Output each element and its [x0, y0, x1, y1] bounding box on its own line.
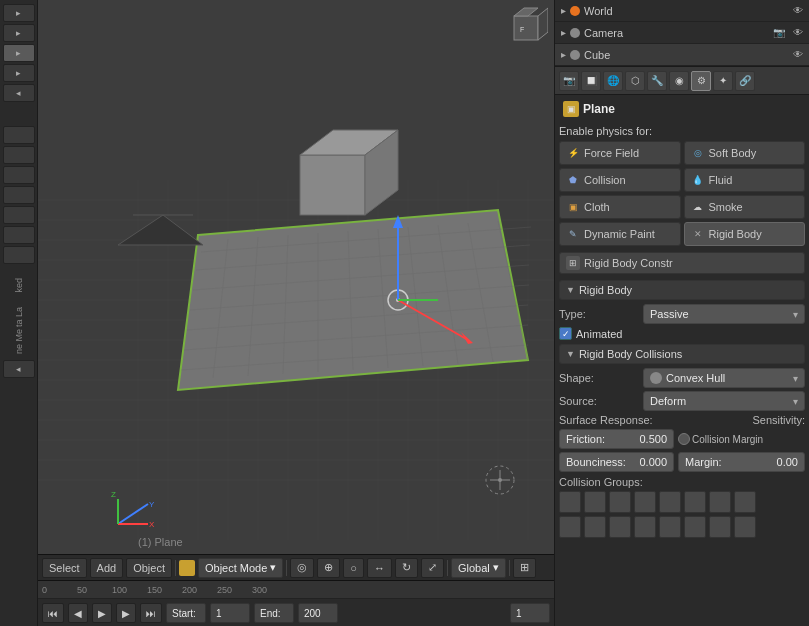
collision-button[interactable]: ⬟ Collision [559, 168, 681, 192]
object-icon-btn[interactable]: ⬡ [625, 71, 645, 91]
sidebar-btn-4[interactable]: ▸ [3, 64, 35, 82]
cg-6[interactable] [684, 491, 706, 513]
sidebar-btn-9[interactable] [3, 186, 35, 204]
scene-icon[interactable]: 🔲 [581, 71, 601, 91]
friction-field[interactable]: Friction: 0.500 [559, 429, 674, 449]
cg-2[interactable] [584, 491, 606, 513]
bounciness-field[interactable]: Bounciness: 0.000 [559, 452, 674, 472]
cg-7[interactable] [709, 491, 731, 513]
cg-15[interactable] [709, 516, 731, 538]
global-dropdown[interactable]: Global ▾ [451, 558, 506, 578]
svg-text:F: F [520, 26, 524, 33]
cg-5[interactable] [659, 491, 681, 513]
sidebar-btn-12[interactable] [3, 246, 35, 264]
cg-12[interactable] [634, 516, 656, 538]
cloth-icon: ▣ [566, 200, 580, 214]
rigid-body-section-header[interactable]: ▼ Rigid Body [559, 280, 805, 300]
pivot-btn[interactable]: ◎ [290, 558, 314, 578]
bounciness-value: 0.000 [639, 456, 667, 468]
source-row: Source: Deform ▾ [559, 391, 805, 411]
scene-item-camera[interactable]: ▸ Camera 📷 👁 [555, 22, 809, 44]
section-tri-1: ▼ [566, 285, 575, 295]
proportional-btn[interactable]: ○ [343, 558, 364, 578]
timeline-next-frame[interactable]: ▶ [116, 603, 136, 623]
rbc-section-header[interactable]: ▼ Rigid Body Collisions [559, 344, 805, 364]
snap-btn[interactable]: ⊕ [317, 558, 340, 578]
modifiers-icon[interactable]: 🔧 [647, 71, 667, 91]
rigid-body-button[interactable]: ✕ Rigid Body [684, 222, 806, 246]
timeline-end-value[interactable]: 200 [298, 603, 338, 623]
cg-4[interactable] [634, 491, 656, 513]
transform-btn[interactable]: ↔ [367, 558, 392, 578]
cg-8[interactable] [734, 491, 756, 513]
dynamic-paint-button[interactable]: ✎ Dynamic Paint [559, 222, 681, 246]
sidebar-btn-13[interactable]: ◂ [3, 360, 35, 378]
viewport[interactable]: F Y X Z (1) Plane [38, 0, 554, 554]
fluid-button[interactable]: 💧 Fluid [684, 168, 806, 192]
scale-btn[interactable]: ⤢ [421, 558, 444, 578]
camera-eye-icon[interactable]: 👁 [793, 27, 803, 38]
soft-body-button[interactable]: ◎ Soft Body [684, 141, 806, 165]
cloth-button[interactable]: ▣ Cloth [559, 195, 681, 219]
margin-field[interactable]: Margin: 0.00 [678, 452, 805, 472]
timeline-play[interactable]: ▶ [92, 603, 112, 623]
force-field-button[interactable]: ⚡ Force Field [559, 141, 681, 165]
cg-3[interactable] [609, 491, 631, 513]
timeline: 0 50 100 150 200 250 300 ⏮ ◀ ▶ ▶ ⏭ Start… [38, 580, 554, 626]
timeline-current-frame[interactable]: 1 [510, 603, 550, 623]
material-icon[interactable]: ◉ [669, 71, 689, 91]
rotate-btn[interactable]: ↻ [395, 558, 418, 578]
constraints-icon[interactable]: 🔗 [735, 71, 755, 91]
extra-btn[interactable]: ⊞ [513, 558, 536, 578]
animated-checkbox[interactable]: ✓ [559, 327, 572, 340]
cube-arrow: ▸ [561, 49, 566, 60]
sidebar-btn-7[interactable] [3, 146, 35, 164]
timeline-prev-frame[interactable]: ◀ [68, 603, 88, 623]
sidebar-btn-10[interactable] [3, 206, 35, 224]
smoke-button[interactable]: ☁ Smoke [684, 195, 806, 219]
sidebar-btn-6[interactable] [3, 126, 35, 144]
render-icon[interactable]: 📷 [559, 71, 579, 91]
scene-item-world[interactable]: ▸ World 👁 [555, 0, 809, 22]
world-icon-btn[interactable]: 🌐 [603, 71, 623, 91]
mode-dropdown[interactable]: Object Mode ▾ [198, 558, 283, 578]
timeline-play-back[interactable]: ⏮ [42, 603, 64, 623]
timeline-play-fwd[interactable]: ⏭ [140, 603, 162, 623]
left-sidebar: ▸ ▸ ▸ ▸ ◂ ked ta La ne Me ◂ [0, 0, 38, 626]
sidebar-btn-3[interactable]: ▸ [3, 44, 35, 62]
nav-cube[interactable]: F [504, 6, 548, 50]
cg-1[interactable] [559, 491, 581, 513]
object-button[interactable]: Object [126, 558, 172, 578]
shape-dropdown[interactable]: Convex Hull ▾ [643, 368, 805, 388]
svg-marker-67 [538, 8, 548, 40]
add-button[interactable]: Add [90, 558, 124, 578]
rigid-body-constr-button[interactable]: ⊞ Rigid Body Constr [559, 252, 805, 274]
cg-13[interactable] [659, 516, 681, 538]
cg-14[interactable] [684, 516, 706, 538]
rbc-section-title: Rigid Body Collisions [579, 348, 682, 360]
ruler-0: 0 [42, 585, 77, 595]
cg-11[interactable] [609, 516, 631, 538]
particles-icon[interactable]: ✦ [713, 71, 733, 91]
source-dropdown[interactable]: Deform ▾ [643, 391, 805, 411]
camera-render-icon[interactable]: 📷 [773, 27, 785, 38]
scene-item-cube[interactable]: ▸ Cube 👁 [555, 44, 809, 66]
bottom-toolbar: Select Add Object Object Mode ▾ ◎ ⊕ ○ ↔ … [38, 554, 554, 580]
cg-10[interactable] [584, 516, 606, 538]
world-eye-icon[interactable]: 👁 [793, 5, 803, 16]
sidebar-btn-5[interactable]: ◂ [3, 84, 35, 102]
type-dropdown[interactable]: Passive ▾ [643, 304, 805, 324]
cg-9[interactable] [559, 516, 581, 538]
cg-16[interactable] [734, 516, 756, 538]
type-label: Type: [559, 308, 639, 320]
physics-icon[interactable]: ⚙ [691, 71, 711, 91]
select-button[interactable]: Select [42, 558, 87, 578]
timeline-start-value[interactable]: 1 [210, 603, 250, 623]
sidebar-btn-1[interactable]: ▸ [3, 4, 35, 22]
cube-eye-icon[interactable]: 👁 [793, 49, 803, 60]
type-value: Passive [650, 308, 689, 320]
sidebar-btn-11[interactable] [3, 226, 35, 244]
bounciness-margin-row: Bounciness: 0.000 Margin: 0.00 [559, 452, 805, 472]
sidebar-btn-8[interactable] [3, 166, 35, 184]
sidebar-btn-2[interactable]: ▸ [3, 24, 35, 42]
